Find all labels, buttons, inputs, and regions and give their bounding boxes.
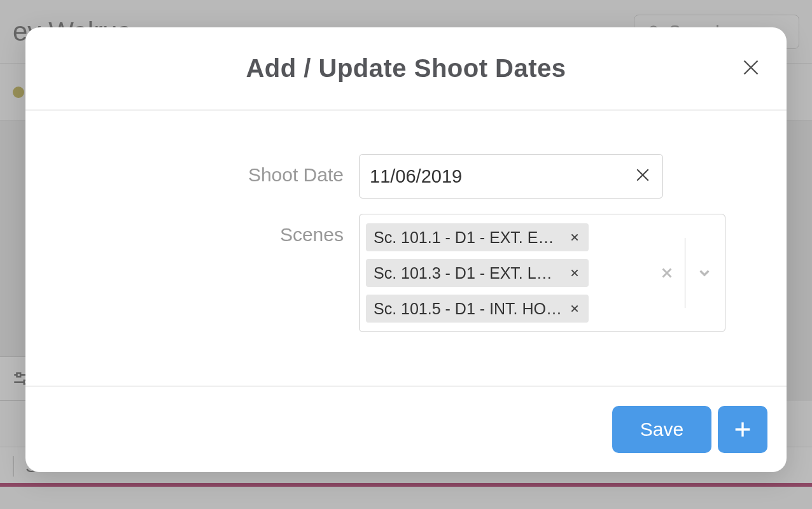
scenes-label: Scenes: [51, 214, 344, 246]
scenes-clear-all-button[interactable]: [650, 266, 683, 280]
scene-tag: Sc. 101.3 - D1 - EXT. LUX…: [366, 259, 589, 287]
modal-title: Add / Update Shoot Dates: [246, 54, 566, 83]
shoot-date-input-wrapper[interactable]: [359, 154, 663, 199]
scene-tag: Sc. 101.5 - D1 - INT. HO…: [366, 295, 589, 323]
shoot-date-row: Shoot Date: [51, 154, 761, 199]
close-icon: [570, 303, 580, 314]
close-icon: [660, 266, 674, 280]
shoot-dates-modal: Add / Update Shoot Dates Shoot Date Scen…: [25, 27, 787, 472]
shoot-date-clear-button[interactable]: [633, 165, 652, 187]
close-icon: [570, 268, 580, 278]
scenes-controls: [648, 214, 725, 331]
close-icon: [739, 56, 762, 79]
scenes-row: Scenes Sc. 101.1 - D1 - EXT. EAS… Sc. 10…: [51, 214, 761, 332]
close-icon: [570, 232, 580, 242]
shoot-date-input[interactable]: [370, 166, 633, 187]
scene-tag-remove-button[interactable]: [563, 303, 586, 314]
close-icon: [633, 165, 652, 185]
scene-tag-label: Sc. 101.3 - D1 - EXT. LUX…: [374, 264, 563, 282]
add-button[interactable]: [718, 406, 767, 453]
scene-tag: Sc. 101.1 - D1 - EXT. EAS…: [366, 223, 589, 251]
divider: [685, 238, 685, 308]
scenes-multiselect[interactable]: Sc. 101.1 - D1 - EXT. EAS… Sc. 101.3 - D…: [359, 214, 725, 332]
modal-close-button[interactable]: [739, 56, 762, 81]
scene-tag-label: Sc. 101.5 - D1 - INT. HO…: [374, 300, 563, 318]
chevron-down-icon: [696, 265, 713, 281]
modal-footer: Save: [25, 386, 787, 472]
scene-tag-remove-button[interactable]: [563, 268, 586, 278]
plus-icon: [732, 419, 753, 440]
scene-tag-remove-button[interactable]: [563, 232, 586, 242]
scenes-tags-list: Sc. 101.1 - D1 - EXT. EAS… Sc. 101.3 - D…: [360, 214, 648, 331]
scene-tag-label: Sc. 101.1 - D1 - EXT. EAS…: [374, 228, 563, 247]
shoot-date-label: Shoot Date: [51, 154, 344, 186]
modal-header: Add / Update Shoot Dates: [25, 27, 787, 111]
scenes-dropdown-toggle[interactable]: [687, 265, 722, 281]
modal-body: Shoot Date Scenes Sc. 101.1 - D1 - EXT. …: [25, 111, 787, 386]
save-button[interactable]: Save: [612, 406, 711, 453]
